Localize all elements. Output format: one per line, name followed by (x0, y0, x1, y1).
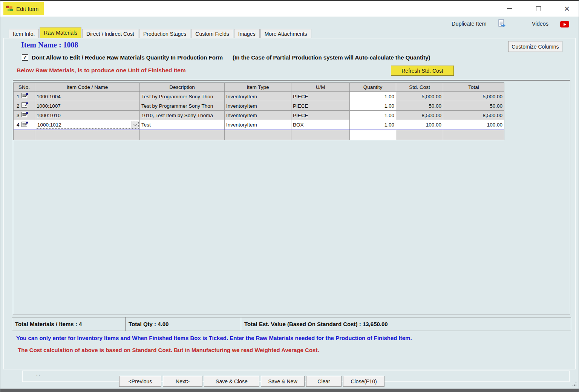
edit-item-window: Edit Item ✕ Duplicate Item Videos Item I… (0, 0, 579, 392)
cell-item-code[interactable]: 1000:1010 (35, 111, 140, 120)
chevron-down-icon[interactable] (132, 121, 138, 128)
item-name-label: Item Name : 1008 (21, 41, 78, 49)
total-est-value: Total Est. Value (Based On Standard Cost… (241, 317, 571, 331)
row-number: 1 (17, 94, 20, 99)
col-item-type: Item Type (225, 83, 291, 92)
row-form-icon[interactable] (21, 102, 28, 109)
cell-total[interactable]: 100.00 (443, 120, 504, 130)
cell-description[interactable]: Test by Programmer Sony Thon (140, 101, 225, 110)
row-number: 3 (17, 113, 20, 118)
col-description: Description (140, 83, 225, 92)
table-row-active: 4 1000:1012 Test InventoryItem BOX 1.00 … (14, 120, 504, 130)
inventory-items-note: You can only enter for Inventory Items a… (16, 335, 412, 341)
tab-direct-indirect-cost[interactable]: Direct \ Indirect Cost (82, 29, 138, 38)
cell-std-cost[interactable]: 5,000.00 (396, 92, 443, 101)
raw-materials-grid: SNo. Item Code / Name Description Item T… (13, 82, 504, 140)
col-um: U/M (291, 83, 350, 92)
cell-item-type[interactable]: InventoryItem (225, 101, 291, 110)
tab-strip: Item Info. Raw Materials Direct \ Indire… (9, 29, 312, 38)
tab-raw-materials[interactable]: Raw Materials (40, 27, 81, 38)
next-button[interactable]: Next> (163, 376, 202, 387)
window-bottom-border (0, 389, 579, 392)
col-item-code: Item Code / Name (35, 83, 140, 92)
tab-item-info[interactable]: Item Info. (9, 29, 39, 38)
youtube-icon[interactable] (560, 21, 569, 27)
row-number: 4 (17, 122, 20, 128)
cell-quantity[interactable]: 1.00 (350, 120, 396, 130)
footer-buttons: <Previous Next> Save & Close Save & New … (119, 376, 384, 387)
resize-grip[interactable] (571, 381, 577, 388)
cell-um[interactable]: PIECE (291, 111, 350, 120)
cell-um[interactable] (291, 130, 350, 140)
close-f10-button[interactable]: Close(F10) (343, 376, 384, 387)
dont-allow-edit-checkbox[interactable]: ✓ (22, 54, 28, 61)
table-row: 3 1000:1010 1010, Test Item by Sony Thom… (14, 111, 504, 120)
tab-production-stages[interactable]: Production Stages (139, 29, 190, 38)
table-row: 1 1000:1004 Test by Programmer Sony Thon… (14, 92, 504, 101)
app-icon (6, 5, 13, 12)
cell-item-code[interactable]: 1000:1007 (35, 101, 140, 110)
cell-quantity[interactable]: 1.00 (350, 111, 396, 120)
cell-total[interactable]: 50.00 (443, 101, 504, 110)
item-code-combobox[interactable]: 1000:1012 (36, 121, 139, 129)
cell-item-type[interactable] (225, 130, 291, 140)
row-form-icon[interactable] (21, 112, 28, 119)
combobox-value[interactable]: 1000:1012 (36, 122, 132, 128)
cell-description[interactable]: Test (140, 120, 225, 130)
cell-item-type[interactable]: InventoryItem (225, 120, 291, 130)
clear-button[interactable]: Clear (306, 376, 342, 387)
cell-quantity[interactable] (350, 130, 396, 140)
previous-button[interactable]: <Previous (119, 376, 161, 387)
raw-materials-banner: Below Raw Materials, is to produce one U… (17, 67, 186, 74)
duplicate-item-icon[interactable] (498, 19, 506, 30)
cell-um[interactable]: PIECE (291, 92, 350, 101)
cell-description[interactable]: 1010, Test Item by Sony Thoma (140, 111, 225, 120)
customize-columns-button[interactable]: Customize Columns (508, 41, 562, 52)
cell-total[interactable]: 5,000.00 (443, 92, 504, 101)
total-qty: Total Qty : 4.00 (125, 317, 241, 331)
row-form-icon[interactable] (21, 93, 28, 100)
col-std-cost: Std. Cost (396, 83, 443, 92)
cell-total[interactable]: 8,500.00 (443, 111, 504, 120)
cell-total[interactable] (443, 130, 504, 140)
refresh-std-cost-button[interactable]: Refresh Std. Cost (391, 66, 454, 76)
cell-item-code[interactable] (35, 130, 140, 140)
total-materials: Total Materials / Items : 4 (12, 317, 126, 331)
col-quantity: Quantity (350, 83, 396, 92)
cell-description[interactable] (140, 130, 225, 140)
videos-label[interactable]: Videos (532, 21, 548, 27)
window-title-chip: Edit Item (3, 2, 44, 15)
cell-item-type[interactable]: InventoryItem (225, 92, 291, 101)
col-sno: SNo. (14, 83, 35, 92)
totals-bar: Total Materials / Items : 4 Total Qty : … (12, 317, 571, 331)
row-number: 2 (17, 103, 20, 109)
row-form-icon[interactable] (21, 122, 28, 128)
save-new-button[interactable]: Save & New (261, 376, 305, 387)
cell-std-cost[interactable]: 50.00 (396, 101, 443, 110)
tab-images[interactable]: Images (234, 29, 260, 38)
cell-quantity[interactable]: 1.00 (350, 92, 396, 101)
cell-item-type[interactable]: InventoryItem (225, 111, 291, 120)
window-title: Edit Item (16, 6, 38, 12)
maximize-icon[interactable] (533, 3, 544, 14)
minimize-icon[interactable] (504, 3, 515, 14)
cell-std-cost[interactable] (396, 130, 443, 140)
cost-calculation-note: The Cost calculation of above is based o… (18, 347, 319, 353)
cell-um[interactable]: BOX (291, 120, 350, 130)
cell-std-cost[interactable]: 8,500.00 (396, 111, 443, 120)
close-icon[interactable]: ✕ (561, 3, 573, 14)
title-bar: Edit Item ✕ (0, 1, 579, 17)
partial-production-note: (In the Case of Partial Production syste… (233, 54, 430, 61)
cell-um[interactable]: PIECE (291, 101, 350, 110)
cell-description[interactable]: Test by Programmer Sony Thon (140, 92, 225, 101)
save-close-button[interactable]: Save & Close (204, 376, 259, 387)
tab-custom-fields[interactable]: Custom Fields (191, 29, 233, 38)
cell-item-code[interactable]: 1000:1004 (35, 92, 140, 101)
table-row: 2 1000:1007 Test by Programmer Sony Thon… (14, 101, 504, 111)
grid-header-row: SNo. Item Code / Name Description Item T… (14, 83, 504, 92)
cell-quantity[interactable]: 1.00 (350, 101, 396, 110)
dont-allow-edit-label: Dont Allow to Edit / Reduce Raw Material… (32, 54, 223, 61)
tab-more-attachments[interactable]: More Attachments (260, 29, 311, 38)
duplicate-item-label[interactable]: Duplicate Item (452, 21, 487, 27)
cell-std-cost[interactable]: 100.00 (396, 120, 443, 130)
